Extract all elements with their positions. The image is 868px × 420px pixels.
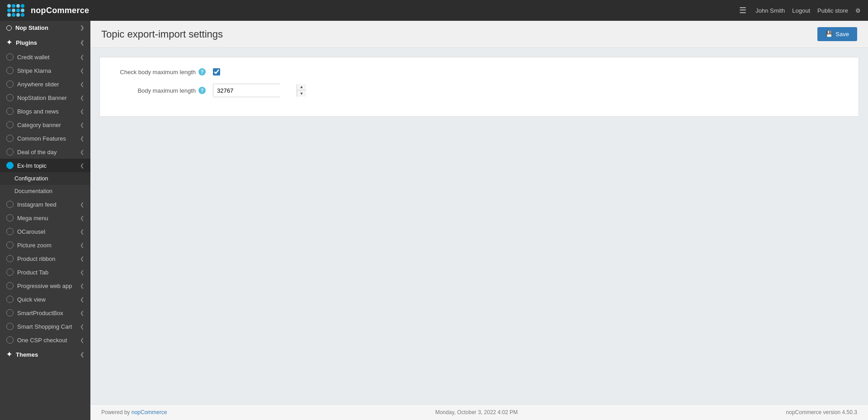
check-body-help-icon[interactable]: ? — [198, 68, 206, 76]
sidebar-toggle-button[interactable]: ☰ — [735, 4, 751, 17]
body-max-label-text: Body maximum length — [137, 87, 196, 94]
settings-icon[interactable]: ⚙ — [855, 7, 861, 14]
body-max-input-group: ▲ ▼ — [213, 84, 281, 97]
spinner-down-button[interactable]: ▼ — [297, 90, 306, 97]
save-icon: 💾 — [826, 31, 833, 38]
sidebar-item-one-csp-checkout[interactable]: One CSP checkout❮ — [0, 333, 90, 347]
logo-dot — [7, 4, 11, 8]
sidebar-item-stripe-klarna[interactable]: Stripe Klarna❮ — [0, 64, 90, 77]
sidebar-item-credit-wallet[interactable]: Credit wallet❮ — [0, 50, 90, 64]
footer-version: nopCommerce version 4.50.3 — [786, 409, 857, 415]
logo-dot — [7, 13, 11, 17]
sidebar-themes[interactable]: ✦ Themes ❮ — [0, 347, 90, 362]
sidebar-item-nopstation-banner[interactable]: NopStation Banner❮ — [0, 91, 90, 104]
save-label: Save — [835, 31, 849, 38]
body-max-help-icon[interactable]: ? — [198, 87, 206, 94]
save-button[interactable]: 💾 Save — [817, 27, 857, 41]
sidebar-item-product-ribbon[interactable]: Product ribbon❮ — [0, 252, 90, 265]
nopstation-banner-chevron: ❮ — [80, 95, 84, 101]
main-layout: Nop Station ❯ ✦ Plugins ❮ Credit wallet❮… — [0, 21, 868, 420]
sidebar-plugins[interactable]: ✦ Plugins ❮ — [0, 35, 90, 50]
sidebar-item-picture-zoom[interactable]: Picture zoom❮ — [0, 238, 90, 252]
sidebar: Nop Station ❯ ✦ Plugins ❮ Credit wallet❮… — [0, 21, 90, 420]
sidebar-item-deal-of-the-day[interactable]: Deal of the day❮ — [0, 145, 90, 159]
documentation-label: Documentation — [14, 188, 52, 194]
category-banner-label: Category banner — [17, 122, 61, 128]
anywhere-slider-chevron: ❮ — [80, 81, 84, 87]
sidebar-item-ocarousel[interactable]: OCarousel❮ — [0, 225, 90, 238]
sidebar-item-anywhere-slider[interactable]: Anywhere slider❮ — [0, 77, 90, 91]
body-max-row: Body maximum length ? ▲ ▼ — [113, 84, 845, 97]
logo-dots — [7, 4, 24, 17]
mega-menu-label: Mega menu — [17, 215, 48, 222]
anywhere-slider-icon — [6, 80, 14, 88]
one-csp-checkout-label: One CSP checkout — [17, 337, 67, 344]
powered-by: Powered by nopCommerce — [101, 409, 167, 415]
picture-zoom-chevron: ❮ — [80, 242, 84, 248]
sidebar-item-mega-menu[interactable]: Mega menu❮ — [0, 211, 90, 225]
instagram-feed-icon — [6, 201, 14, 208]
logout-link[interactable]: Logout — [792, 7, 810, 14]
main-content: Topic export-import settings 💾 Save Chec… — [90, 21, 868, 420]
category-banner-icon — [6, 121, 14, 128]
nopstation-banner-icon — [6, 94, 14, 101]
body-max-input[interactable] — [213, 84, 297, 97]
footer: Powered by nopCommerce Monday, October 3… — [90, 404, 868, 420]
sidebar-item-instagram-feed[interactable]: Instagram feed❮ — [0, 198, 90, 211]
sidebar-item-blogs-and-news[interactable]: Blogs and news❮ — [0, 104, 90, 118]
smart-shopping-cart-label: Smart Shopping Cart — [17, 323, 72, 330]
powered-by-link[interactable]: nopCommerce — [132, 409, 167, 415]
sidebar-item-progressive-web-app[interactable]: Progressive web app❮ — [0, 279, 90, 293]
sidebar-items: Credit wallet❮Stripe Klarna❮Anywhere sli… — [0, 50, 90, 347]
progressive-web-app-chevron: ❮ — [80, 283, 84, 289]
username: John Smith — [755, 7, 785, 14]
sidebar-item-smart-shopping-cart[interactable]: Smart Shopping Cart❮ — [0, 320, 90, 333]
plugins-label: Plugins — [16, 39, 37, 46]
instagram-feed-chevron: ❮ — [80, 202, 84, 208]
body-max-label: Body maximum length ? — [113, 87, 213, 94]
logo-dot — [16, 9, 20, 12]
navbar-right: John Smith Logout Public store ⚙ — [755, 7, 861, 14]
logo-dot — [21, 9, 24, 12]
quick-view-icon — [6, 296, 14, 303]
product-tab-chevron: ❮ — [80, 269, 84, 275]
spinner-up-button[interactable]: ▲ — [297, 84, 306, 90]
brand-name: nopCommerce — [31, 6, 89, 15]
sidebar-nop-station[interactable]: Nop Station ❯ — [0, 21, 90, 35]
sidebar-item-configuration[interactable]: Configuration — [0, 172, 90, 185]
product-ribbon-chevron: ❮ — [80, 256, 84, 262]
deal-of-the-day-label: Deal of the day — [17, 149, 57, 156]
logo-dot — [7, 9, 11, 12]
anywhere-slider-label: Anywhere slider — [17, 81, 59, 88]
common-features-chevron: ❮ — [80, 136, 84, 142]
plugins-gear-icon: ✦ — [6, 38, 12, 47]
product-tab-label: Product Tab — [17, 269, 48, 276]
common-features-icon — [6, 135, 14, 142]
logo-dot — [16, 13, 20, 17]
configuration-label: Configuration — [14, 175, 48, 182]
page-title: Topic export-import settings — [101, 28, 223, 40]
nopstation-banner-label: NopStation Banner — [17, 94, 67, 101]
powered-by-text: Powered by — [101, 409, 132, 415]
smart-product-box-icon — [6, 309, 14, 316]
sidebar-item-common-features[interactable]: Common Features❮ — [0, 132, 90, 145]
logo-dot — [12, 4, 15, 8]
sidebar-item-quick-view[interactable]: Quick view❮ — [0, 293, 90, 306]
sidebar-item-product-tab[interactable]: Product Tab❮ — [0, 265, 90, 279]
nop-station-label: Nop Station — [15, 24, 48, 31]
check-body-checkbox[interactable] — [213, 68, 220, 76]
deal-of-the-day-icon — [6, 148, 14, 156]
themes-gear-icon: ✦ — [6, 350, 12, 359]
sidebar-item-ex-im-topic[interactable]: Ex-Im topic❮ — [0, 159, 90, 172]
logo-dot — [12, 9, 15, 12]
sidebar-item-category-banner[interactable]: Category banner❮ — [0, 118, 90, 132]
check-body-label: Check body maximum length ? — [113, 68, 213, 76]
stripe-klarna-chevron: ❮ — [80, 68, 84, 74]
picture-zoom-label: Picture zoom — [17, 242, 52, 249]
sidebar-item-documentation[interactable]: Documentation — [0, 185, 90, 198]
picture-zoom-icon — [6, 241, 14, 249]
one-csp-checkout-icon — [6, 336, 14, 344]
public-store-link[interactable]: Public store — [817, 7, 848, 14]
nop-station-chevron: ❯ — [80, 25, 84, 31]
sidebar-item-smart-product-box[interactable]: SmartProductBox❮ — [0, 306, 90, 320]
